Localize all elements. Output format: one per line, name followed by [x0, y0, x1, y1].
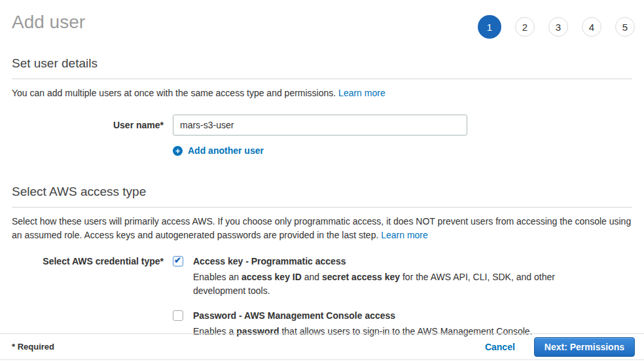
username-label: User name*: [12, 115, 164, 136]
access-key-option-body: Access key - Programmatic access Enables…: [193, 255, 560, 298]
page-header: Add user 1 2 3 4 5: [0, 0, 644, 33]
plus-circle-icon: +: [173, 146, 183, 156]
wizard-steps: 1 2 3 4 5: [478, 15, 635, 39]
step-indicator-1: 1: [478, 15, 501, 39]
access-key-option-desc: Enables an access key ID and secret acce…: [193, 270, 560, 298]
desc-bold: access key ID: [241, 272, 302, 282]
username-control: [173, 115, 467, 136]
section-access-type: Select AWS access type Select how these …: [12, 185, 632, 350]
footer-actions: Cancel Next: Permissions: [485, 337, 635, 357]
step-indicator-5: 5: [615, 17, 635, 37]
desc-bold: secret access key: [322, 272, 400, 282]
access-key-checkbox[interactable]: [173, 256, 183, 266]
section-user-details: Set user details You can add multiple us…: [12, 56, 632, 156]
step-indicator-3: 3: [548, 17, 568, 37]
add-another-user-button[interactable]: + Add another user: [173, 145, 632, 156]
desc-text: Enables an: [193, 272, 241, 282]
step-indicator-4: 4: [582, 17, 601, 37]
add-another-user-label: Add another user: [188, 145, 264, 156]
user-details-intro-text: You can add multiple users at once with …: [12, 88, 338, 98]
password-option-title: Password - AWS Management Console access: [193, 310, 533, 321]
wizard-footer: * Required Cancel Next: Permissions: [0, 333, 644, 360]
cancel-button[interactable]: Cancel: [485, 342, 515, 352]
access-key-option-title: Access key - Programmatic access: [193, 255, 560, 267]
password-checkbox[interactable]: [173, 310, 183, 321]
page-content: Set user details You can add multiple us…: [0, 56, 644, 350]
username-input[interactable]: [173, 115, 467, 136]
user-details-learn-more-link[interactable]: Learn more: [338, 88, 385, 98]
option-access-key: Access key - Programmatic access Enables…: [173, 255, 560, 298]
desc-text: and: [302, 272, 322, 282]
user-details-heading: Set user details: [12, 56, 632, 79]
add-user-page: Add user 1 2 3 4 5 Set user details You …: [0, 0, 644, 364]
access-type-intro: Select how these users will primarily ac…: [12, 215, 632, 242]
access-type-learn-more-link[interactable]: Learn more: [381, 230, 428, 240]
access-type-intro-text: Select how these users will primarily ac…: [12, 216, 631, 240]
step-indicator-2: 2: [515, 17, 535, 37]
required-note: * Required: [12, 342, 54, 352]
username-row: User name*: [12, 115, 632, 136]
next-permissions-button[interactable]: Next: Permissions: [534, 337, 635, 357]
access-type-heading: Select AWS access type: [12, 185, 632, 208]
user-details-intro: You can add multiple users at once with …: [12, 86, 632, 100]
